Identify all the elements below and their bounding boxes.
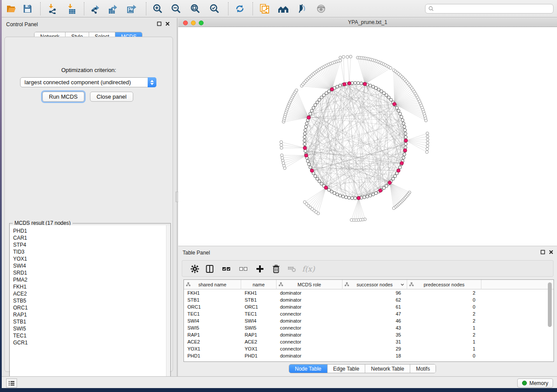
zoom-out-icon[interactable] [170, 3, 182, 14]
mcds-result-item[interactable]: ACE2 [13, 290, 166, 297]
network-graph[interactable] [178, 27, 557, 246]
mcds-result-item[interactable]: TID3 [13, 248, 166, 255]
float-panel-icon[interactable] [157, 21, 162, 26]
column-header-successor-nodes[interactable]: successor nodes [343, 280, 407, 289]
mcds-result-item[interactable]: ORC1 [13, 304, 166, 311]
mcds-result-item[interactable]: GCR1 [13, 339, 166, 346]
criterion-value: largest connected component (undirected) [21, 79, 148, 86]
criterion-dropdown[interactable]: largest connected component (undirected) [20, 77, 156, 87]
mcds-result-item[interactable]: CAR1 [13, 234, 166, 241]
mcds-result-item[interactable]: STB1 [13, 318, 166, 325]
run-mcds-button[interactable]: Run MCDS [42, 92, 84, 102]
memory-status-icon [522, 381, 527, 385]
delete-table-icon[interactable] [286, 263, 298, 275]
table-row[interactable]: ORC1ORC1dominator610 [184, 303, 554, 310]
home-icon[interactable] [277, 3, 289, 14]
refresh-icon[interactable] [234, 3, 246, 14]
import-network-icon[interactable] [47, 3, 58, 14]
mcds-result-item[interactable]: PMA2 [13, 276, 166, 283]
control-panel-window-buttons [157, 21, 170, 26]
node-table: shared name name MCDS role successor nod… [183, 279, 554, 362]
table-row[interactable]: ACE2ACE2connector311 [184, 338, 554, 345]
table-cell: 1 [407, 345, 481, 352]
close-panel-icon[interactable] [165, 21, 170, 26]
close-panel-button[interactable]: Close panel [90, 92, 133, 102]
tab-motifs[interactable]: Motifs [410, 364, 436, 373]
apply-function-icon[interactable]: f(x) [301, 263, 316, 275]
mcds-result-item[interactable]: YOX1 [13, 255, 166, 262]
mcds-result-item[interactable]: PHD1 [13, 227, 166, 234]
mcds-list-scrollbar[interactable] [166, 225, 170, 383]
zoom-in-icon[interactable] [152, 3, 163, 14]
column-header-shared-name[interactable]: shared name [184, 280, 241, 289]
table-cell: SWI5 [184, 324, 241, 331]
zoom-fit-icon[interactable] [190, 3, 201, 14]
memory-label: Memory [529, 380, 548, 386]
mcds-result-item[interactable]: SRD1 [13, 269, 166, 276]
hide-selected-icon[interactable] [296, 3, 307, 14]
network-window: YPA_prune.txt_1 [178, 18, 557, 246]
mcds-result-item[interactable]: SWI5 [13, 325, 166, 332]
dropdown-stepper-icon [148, 77, 156, 87]
deselect-all-icon[interactable] [238, 263, 249, 275]
show-eye-icon[interactable] [315, 3, 327, 14]
mcds-result-item[interactable]: STB5 [13, 297, 166, 304]
network-view[interactable] [178, 27, 557, 246]
mcds-result-item[interactable]: TEC1 [13, 332, 166, 339]
status-menu-button[interactable] [6, 378, 17, 388]
delete-column-icon[interactable] [270, 263, 282, 275]
export-network-icon[interactable] [90, 3, 101, 14]
float-panel-icon[interactable] [540, 250, 545, 254]
table-cell: 2 [407, 289, 481, 296]
table-scrollbar-thumb[interactable] [548, 282, 552, 327]
table-cell: 2 [407, 310, 481, 317]
table-row[interactable]: SWI4SWI4dominator462 [184, 317, 554, 324]
table-cell: RAP1 [184, 331, 241, 338]
save-session-icon[interactable] [22, 3, 33, 14]
add-column-icon[interactable] [254, 263, 266, 275]
toolbar-separator [40, 2, 41, 15]
table-cell: connector [277, 324, 343, 331]
tab-edge-table[interactable]: Edge Table [328, 364, 366, 373]
search-input[interactable] [434, 5, 553, 13]
network-titlebar[interactable]: YPA_prune.txt_1 [178, 18, 557, 27]
mcds-result-item[interactable]: FKH1 [13, 283, 166, 290]
export-image-icon[interactable] [126, 3, 138, 14]
search-field[interactable] [425, 4, 554, 14]
mcds-result-list[interactable]: PHD1CAR1STP4TID3YOX1SWI4SRD1PMA2FKH1ACE2… [10, 225, 166, 383]
toolbar-separator [253, 2, 253, 15]
table-row[interactable]: SWI5SWI5connector431 [184, 324, 554, 331]
settings-gear-icon[interactable] [189, 263, 201, 275]
open-file-icon[interactable] [6, 3, 17, 14]
show-columns-icon[interactable] [204, 263, 215, 275]
column-header-mcds-role[interactable]: MCDS role [277, 280, 343, 289]
select-all-icon[interactable] [221, 263, 232, 275]
share-document-icon[interactable] [259, 3, 270, 14]
memory-button[interactable]: Memory [517, 378, 553, 388]
table-row[interactable]: FKH1FKH1dominator962 [184, 289, 554, 296]
table-cell: dominator [277, 331, 343, 338]
column-header-name[interactable]: name [241, 280, 277, 289]
table-cell: 31 [343, 338, 407, 345]
mcds-result-item[interactable]: RAP1 [13, 311, 166, 318]
column-header-predecessor-nodes[interactable]: predecessor nodes [407, 280, 481, 289]
table-panel-window-buttons [540, 250, 554, 254]
zoom-selected-icon[interactable] [209, 3, 220, 14]
export-table-icon[interactable] [107, 3, 119, 14]
mcds-result-item[interactable]: SWI4 [13, 262, 166, 269]
tab-node-table[interactable]: Node Table [289, 364, 328, 373]
list-icon [9, 381, 15, 386]
table-row[interactable]: STB1STB1dominator620 [184, 296, 554, 303]
close-panel-icon[interactable] [549, 250, 554, 254]
mcds-result-item[interactable]: STP4 [13, 241, 166, 248]
table-row[interactable]: PHD1PHD1dominator180 [184, 352, 554, 359]
table-row[interactable]: RAP1RAP1dominator352 [184, 331, 554, 338]
table-cell: SWI4 [241, 317, 277, 324]
status-bar: Memory [2, 376, 557, 388]
table-cell: dominator [277, 303, 343, 310]
table-scrollbar[interactable] [547, 282, 553, 360]
table-row[interactable]: TEC1TEC1connector472 [184, 310, 554, 317]
table-row[interactable]: YOX1YOX1connector291 [184, 345, 554, 352]
import-table-icon[interactable] [66, 3, 77, 14]
tab-network-table[interactable]: Network Table [365, 364, 410, 373]
